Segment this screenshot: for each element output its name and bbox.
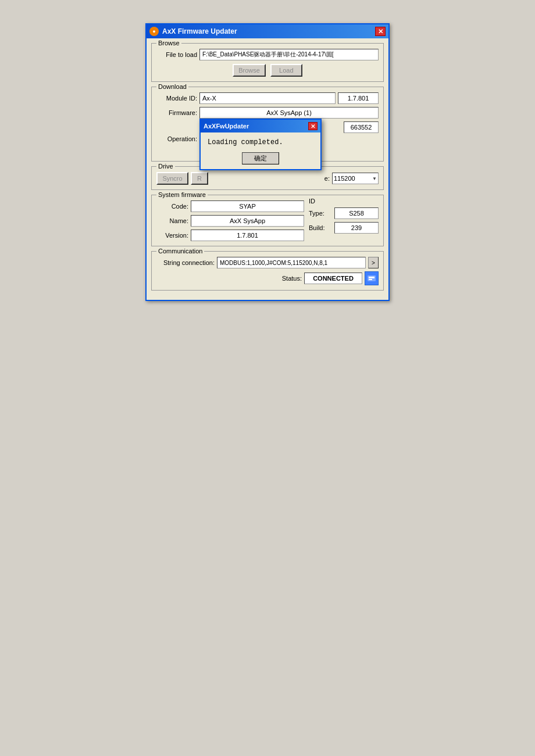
browse-group-label: Browse <box>156 40 181 46</box>
connection-svg <box>366 273 377 284</box>
operation-extra: 663552 <box>344 121 379 133</box>
type-field: S258 <box>334 207 379 219</box>
baud-label: e: <box>324 175 330 182</box>
communication-group-label: Communication <box>156 248 204 255</box>
communication-group: Communication String connection: MODBUS:… <box>151 251 384 291</box>
file-row: File to load F:\BE_Data\PHASE驱动器手册\菲仕-20… <box>156 49 379 60</box>
dialog-title-bar: AxXFwUpdater ✕ <box>201 120 320 132</box>
dialog-message: Loading completed. <box>208 138 313 146</box>
string-more-button[interactable]: > <box>368 257 379 268</box>
name-field: AxX SysApp <box>191 215 304 227</box>
string-connection-row: String connection: MODBUS:1,1000,J#COM:5… <box>156 257 379 268</box>
operation-row: Operation: AxXFwUpdater ✕ Loading comple… <box>156 121 379 156</box>
build-field: 239 <box>334 222 379 234</box>
module-id-field: Ax-X <box>199 92 336 104</box>
version-row: Version: 1.7.801 <box>156 230 304 241</box>
dialog-close-button[interactable]: ✕ <box>308 122 318 130</box>
build-row: Build: 239 <box>309 222 379 234</box>
build-label: Build: <box>309 224 332 231</box>
browse-group: Browse File to load F:\BE_Data\PHASE驱动器手… <box>151 43 384 82</box>
main-window: ● AxX Firmware Updater ✕ Browse File to … <box>145 23 390 301</box>
drive-group-label: Drive <box>156 163 175 170</box>
system-firmware-left: Code: SYAP Name: AxX SysApp Version: 1.7… <box>156 198 304 241</box>
type-label: Type: <box>309 210 332 217</box>
system-firmware-group: System firmware Code: SYAP Name: AxX Sys… <box>151 195 384 246</box>
close-button[interactable]: ✕ <box>375 27 386 36</box>
window-content: Browse File to load F:\BE_Data\PHASE驱动器手… <box>147 38 388 300</box>
type-row: Type: S258 <box>309 207 379 219</box>
drive-row: Syncro R e: 115200 ▼ <box>156 172 379 185</box>
firmware-label: Firmware: <box>156 109 197 116</box>
title-bar: ● AxX Firmware Updater ✕ <box>147 24 388 38</box>
baud-dropdown-arrow[interactable]: ▼ <box>372 176 377 181</box>
download-group: Download Module ID: Ax-X 1.7.801 Firmwar… <box>151 87 384 162</box>
firmware-row: Firmware: AxX SysApp (1) <box>156 107 379 119</box>
id-label: ID <box>309 198 379 205</box>
syncro-button[interactable]: Syncro <box>156 172 188 185</box>
module-id-row: Module ID: Ax-X 1.7.801 <box>156 92 379 104</box>
status-field: CONNECTED <box>304 273 362 284</box>
name-label: Name: <box>156 217 188 224</box>
string-connection-field: MODBUS:1,1000,J#COM:5,115200,N,8,1 <box>217 257 366 268</box>
baud-value: 115200 <box>334 175 355 182</box>
download-group-label: Download <box>156 83 188 90</box>
dialog-ok-button[interactable]: 确定 <box>242 152 279 164</box>
connection-icon <box>365 271 379 285</box>
firmware-field: AxX SysApp (1) <box>199 107 379 119</box>
r-button[interactable]: R <box>191 172 208 185</box>
version-label: Version: <box>156 232 188 239</box>
load-button[interactable]: Load <box>270 64 302 77</box>
code-label: Code: <box>156 203 188 210</box>
app-icon: ● <box>149 27 159 36</box>
code-field: SYAP <box>191 200 304 212</box>
dialog-body: Loading completed. 确定 <box>201 132 320 169</box>
loading-dialog: AxXFwUpdater ✕ Loading completed. 确定 <box>199 119 322 170</box>
module-id-label: Module ID: <box>156 95 197 102</box>
operation-label: Operation: <box>156 135 197 142</box>
string-connection-label: String connection: <box>156 259 215 266</box>
browse-buttons-row: Browse Load <box>156 64 379 77</box>
browse-button[interactable]: Browse <box>233 64 266 77</box>
system-firmware-right: ID Type: S258 Build: 239 <box>309 198 379 241</box>
svg-rect-2 <box>369 279 372 280</box>
svg-rect-1 <box>369 277 374 278</box>
status-label: Status: <box>261 275 302 282</box>
code-row: Code: SYAP <box>156 200 304 212</box>
module-id-extra: 1.7.801 <box>338 92 379 104</box>
dialog-title-text: AxXFwUpdater <box>204 123 249 130</box>
baud-select[interactable]: 115200 ▼ <box>332 173 379 184</box>
system-firmware-label: System firmware <box>156 191 208 198</box>
name-row: Name: AxX SysApp <box>156 215 304 227</box>
status-row: Status: CONNECTED <box>156 271 379 285</box>
title-bar-left: ● AxX Firmware Updater <box>149 27 237 36</box>
window-title: AxX Firmware Updater <box>162 27 237 35</box>
file-to-load-label: File to load <box>156 51 197 58</box>
file-path-field: F:\BE_Data\PHASE驱动器手册\菲仕-2014-4-17\固[ <box>199 49 379 60</box>
version-field: 1.7.801 <box>191 230 304 241</box>
